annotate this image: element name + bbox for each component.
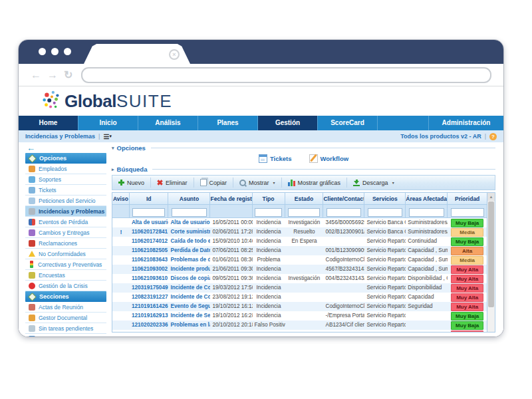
scrollbar-up-arrow-icon[interactable]: ▲	[487, 193, 495, 201]
sidebar-collapse-icon[interactable]: ←	[25, 144, 106, 153]
table-row[interactable]: 110621093002Incidente producido e21/06/2…	[112, 265, 487, 274]
nav-tab-inicio[interactable]: Inicio	[78, 116, 138, 130]
cell-id[interactable]: 121020202336	[130, 321, 169, 330]
cell-asunto[interactable]: Evento de Seguridad	[168, 302, 210, 311]
sidebar-item-cambios-y-entregas[interactable]: Cambios y Entregas	[25, 227, 106, 238]
sidebar-item-alertas[interactable]: Alertas	[25, 334, 106, 336]
cell-id[interactable]: 110620174012	[130, 237, 169, 246]
cell-id[interactable]: 110621093610	[130, 274, 169, 283]
cell-id[interactable]: 120823191227	[130, 293, 169, 302]
sidebar-item-encuestas[interactable]: Encuestas	[25, 270, 106, 281]
cell-id[interactable]: 110620172841	[130, 227, 169, 237]
cell-id[interactable]: Alta de usuario	[130, 218, 169, 227]
table-row[interactable]: 121019161426Evento de Seguridad19/10/201…	[112, 302, 487, 311]
column-header-aviso[interactable]: Aviso	[112, 193, 130, 205]
scrollbar-thumb[interactable]	[488, 201, 494, 307]
column-header-asunto[interactable]: Asunto	[168, 193, 210, 205]
sidebar-item-peticiones-del-servicio[interactable]: Peticiones del Servicio	[25, 196, 106, 206]
filter-input-servicios[interactable]	[368, 208, 402, 217]
sidebar-item-eventos-de-perdida[interactable]: Eventos de Pérdida	[25, 217, 106, 227]
workflow-link[interactable]: Workflow	[309, 154, 349, 163]
cell-id[interactable]: 110621093002	[130, 265, 169, 274]
table-scrollbar[interactable]: ▲	[487, 193, 495, 332]
column-header-areas[interactable]: Áreas Afectadas	[406, 193, 448, 205]
cell-asunto[interactable]: Corte suministro inte	[168, 227, 210, 237]
reload-button[interactable]: ↻	[64, 70, 72, 80]
table-row[interactable]: 110621082505Perdida de Datos07/06/2011 0…	[112, 246, 487, 255]
nuevo-button[interactable]: Nuevo	[112, 178, 150, 188]
column-header-estado[interactable]: Estado	[285, 193, 324, 205]
cell-asunto[interactable]: Discos de copias de se	[168, 274, 210, 283]
sidebar-item-incidencias-y-problemas[interactable]: Incidencias y Problemas	[25, 206, 106, 217]
table-row[interactable]: 121020202336Problemas en la visua20/10/2…	[112, 321, 487, 330]
table-row[interactable]: 110621083643Problemas de disponi01/06/20…	[112, 255, 487, 265]
copiar-button[interactable]: Copiar	[194, 178, 233, 188]
cell-id[interactable]: 121019162913	[130, 311, 169, 321]
cell-asunto[interactable]: Caída de todo el siste	[168, 237, 210, 246]
eliminar-button[interactable]: Eliminar	[150, 178, 194, 188]
table-row[interactable]: Alta de usuarioAlta de usuario16/05/2011…	[112, 218, 487, 227]
browser-tab[interactable]: ×	[84, 44, 190, 64]
sidebar-item-gestor-documental[interactable]: Gestor Documental	[25, 313, 106, 323]
nav-tab-gestion[interactable]: Gestión	[258, 116, 318, 130]
sidebar-item-tickets[interactable]: Tickets	[25, 185, 106, 196]
url-bar[interactable]	[81, 67, 491, 83]
tab-close-icon[interactable]: ×	[169, 49, 180, 60]
filter-input-tipo[interactable]	[255, 208, 282, 217]
cell-asunto[interactable]: Incidente de Continui	[168, 283, 210, 293]
cell-asunto[interactable]: Problemas de disponi	[168, 255, 210, 265]
table-row[interactable]: 120319175049Incidente de Continui19/03/2…	[112, 283, 487, 293]
table-row[interactable]: 110621093610Discos de copias de se09/05/…	[112, 274, 487, 283]
cell-asunto[interactable]: Incidente producido e	[168, 265, 210, 274]
sidebar-section-secciones[interactable]: Secciones	[25, 291, 106, 302]
column-header-prioridad[interactable]: Prioridad	[448, 193, 487, 205]
filter-input-estado[interactable]	[288, 208, 321, 217]
sidebar-item-actas-de-reunion[interactable]: Actas de Reunión	[25, 302, 106, 313]
table-row[interactable]: !110620172841Corte suministro inte02/06/…	[112, 227, 487, 237]
column-header-servicios[interactable]: Servicios	[364, 193, 406, 205]
filter-input-areas[interactable]	[409, 208, 444, 217]
hamburger-menu-icon[interactable]: ☰▼	[103, 133, 112, 140]
cell-asunto[interactable]: Problemas en la visua	[168, 321, 210, 330]
table-row[interactable]: 110620174012Caída de todo el siste15/09/…	[112, 237, 487, 246]
nav-tab-planes[interactable]: Planes	[198, 116, 258, 130]
mostrar-button[interactable]: Mostrar▾	[233, 178, 281, 188]
filter-input-prioridad[interactable]	[451, 208, 484, 217]
table-row[interactable]: 120823191227Incidente de Continui23/08/2…	[112, 293, 487, 302]
nav-tab-scorecard[interactable]: ScoreCard	[318, 116, 378, 130]
sidebar-item-sin-tareas-pendientes[interactable]: Sin tareas pendientes	[25, 323, 106, 334]
filter-input-asunto[interactable]	[172, 208, 207, 217]
back-button[interactable]: ←	[31, 70, 41, 80]
sidebar-item-reclamaciones[interactable]: Reclamaciones	[25, 238, 106, 249]
nav-tab-administracion[interactable]: Administración	[428, 116, 503, 130]
cell-asunto[interactable]: Incidente de Servicio	[168, 311, 210, 321]
cell-asunto[interactable]: Perdida de Datos	[168, 246, 210, 255]
cell-asunto[interactable]: Incidente de Continui	[168, 293, 210, 302]
filter-input-cliente[interactable]	[327, 208, 361, 217]
column-header-cliente[interactable]: Cliente/Contacto	[323, 193, 364, 205]
panel-opciones[interactable]: ▾ Opciones	[112, 144, 495, 152]
sidebar-item-soportes[interactable]: Soportes	[25, 174, 106, 185]
panel-busqueda[interactable]: ▸ Búsqueda	[112, 165, 495, 174]
sidebar-item-correctivas-y-preventivas[interactable]: Correctivas y Preventivas	[25, 259, 106, 270]
descarga-button[interactable]: Descarga▾	[346, 178, 400, 188]
nav-tab-analisis[interactable]: Análisis	[138, 116, 198, 130]
mostrar-graficas-button[interactable]: Mostrar gráficas	[281, 178, 347, 188]
cell-id[interactable]: 120319175049	[130, 283, 169, 293]
sidebar-item-empleados[interactable]: Empleados	[25, 164, 106, 174]
sidebar-item-gestion-de-la-crisis[interactable]: Gestión de la Crisis	[25, 281, 106, 291]
filter-input-id[interactable]	[132, 208, 165, 217]
sidebar-item-no-conformidades[interactable]: No Conformidades	[25, 249, 106, 259]
help-icon[interactable]: ?	[489, 133, 497, 140]
sidebar-section-opciones[interactable]: Opciones	[25, 153, 106, 164]
column-header-fecha[interactable]: Fecha de registro	[210, 193, 252, 205]
product-selector[interactable]: Todos los productos v2 - AR	[400, 133, 481, 140]
cell-asunto[interactable]: Alta de usuario	[168, 218, 210, 227]
tickets-link[interactable]: Tickets	[259, 154, 292, 163]
table-row[interactable]: 121019162913Incidente de Servicio19/10/2…	[112, 311, 487, 321]
nav-tab-home[interactable]: Home	[19, 116, 78, 130]
cell-id[interactable]: 110621082505	[130, 246, 169, 255]
column-header-tipo[interactable]: Tipo	[253, 193, 285, 205]
forward-button[interactable]: →	[47, 70, 58, 80]
cell-id[interactable]: 121019161426	[130, 302, 169, 311]
